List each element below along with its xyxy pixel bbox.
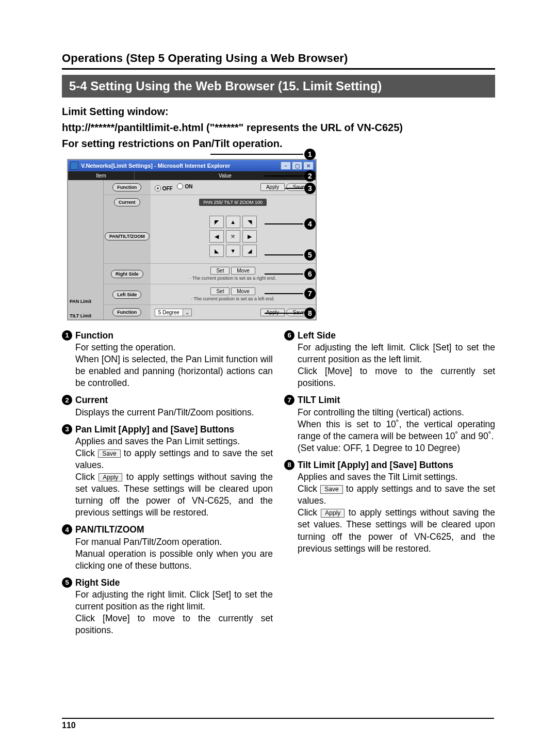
desc-title: Tilt Limit [Apply] and [Save] Buttons — [298, 459, 453, 471]
desc-bubble-1: 1 — [62, 330, 72, 341]
right-note: · The current position is set as a right… — [155, 276, 312, 281]
current-value: PAN 255/ TILT 6/ ZOOM 100 — [199, 199, 267, 206]
tilt-apply-button[interactable]: Apply — [260, 309, 285, 316]
callout-8: 8 — [304, 308, 316, 319]
maximize-icon[interactable]: ▢ — [292, 162, 302, 170]
desc-bubble-3: 3 — [62, 424, 72, 435]
label-left-side: Left Side — [112, 291, 141, 299]
label-current: Current — [114, 198, 140, 206]
window-title: V.Networks[Limit Settings] - Microsoft I… — [81, 163, 230, 169]
right-set-button[interactable]: Set — [210, 267, 230, 275]
ptz-right-button[interactable]: ▶ — [242, 230, 257, 243]
inline-save-button: Save — [320, 485, 342, 493]
callout-5: 5 — [304, 249, 316, 261]
left-move-button[interactable]: Move — [231, 287, 255, 295]
desc-body: For adjusting the right limit. Click [Se… — [75, 589, 273, 636]
inline-apply-button: Apply — [99, 473, 122, 481]
desc-bubble-4: 4 — [62, 524, 72, 535]
desc-title: Left Side — [298, 330, 336, 342]
callout-6: 6 — [304, 268, 316, 280]
desc-body: Applies and saves the Pan Limit settings… — [75, 436, 273, 519]
minimize-icon[interactable]: – — [281, 162, 291, 170]
label-ptz: PAN/TILT/ZOOM — [105, 232, 150, 240]
intro-line1: Limit Setting window: — [62, 104, 495, 120]
section-label-pan-limit: PAN Limit — [68, 180, 104, 305]
desc-body: Displays the current Pan/Tilt/Zoom posit… — [75, 407, 273, 419]
ie-icon — [70, 162, 78, 170]
apply-button[interactable]: Apply — [260, 183, 285, 191]
ptz-left-button[interactable]: ◀ — [209, 230, 224, 243]
ptz-down-button[interactable]: ▼ — [226, 245, 240, 257]
desc-title: Pan Limit [Apply] and [Save] Buttons — [75, 424, 234, 436]
tilt-degree-select[interactable]: 5 Degree ⌄ — [155, 309, 192, 316]
desc-bubble-7: 7 — [284, 395, 294, 405]
desc-body: For manual Pan/Tilt/Zoom operation.Manua… — [75, 536, 273, 572]
callout-2: 2 — [304, 170, 316, 182]
radio-off[interactable]: OFF — [155, 185, 173, 191]
desc-body: Applies and saves the Tilt Limit setting… — [298, 471, 495, 555]
section-label-tilt-limit: TILT Limit — [68, 305, 104, 319]
ptz-zoom-button[interactable]: ⤧ — [226, 230, 240, 243]
desc-bubble-2: 2 — [62, 395, 72, 405]
left-note: · The current position is set as a left … — [155, 296, 312, 301]
desc-title: PAN/TILT/ZOOM — [75, 524, 144, 536]
desc-title: Right Side — [75, 577, 120, 589]
desc-bubble-6: 6 — [284, 330, 294, 341]
inline-apply-button: Apply — [321, 509, 345, 517]
radio-on[interactable]: ON — [177, 183, 192, 189]
desc-body: For controlling the tilting (vertical) a… — [298, 407, 495, 454]
callout-1: 1 — [304, 149, 316, 160]
ptz-down-right-button[interactable]: ◢ — [242, 245, 257, 257]
section-title: 5-4 Setting Using the Web Browser (15. L… — [62, 75, 495, 98]
page-number: 110 — [62, 721, 76, 730]
ptz-up-right-button[interactable]: ◥ — [242, 216, 257, 228]
column-header-item: Item — [68, 171, 135, 180]
label-function-tilt: Function — [112, 308, 141, 316]
inline-save-button: Save — [98, 449, 120, 458]
intro-line2: http://******/pantiltlimit-e.html ("****… — [62, 120, 495, 136]
ptz-pad: ◤ ▲ ◥ ◀ ⤧ ▶ ◣ ▼ ◢ — [155, 216, 312, 257]
right-move-button[interactable]: Move — [231, 267, 255, 275]
label-function: Function — [112, 183, 141, 191]
desc-bubble-8: 8 — [284, 460, 294, 470]
callout-3: 3 — [304, 183, 316, 194]
desc-title: Function — [75, 330, 113, 342]
callout-7: 7 — [304, 288, 316, 299]
desc-bubble-5: 5 — [62, 577, 72, 588]
ptz-up-left-button[interactable]: ◤ — [209, 216, 224, 228]
close-icon[interactable]: ✕ — [303, 162, 314, 170]
chevron-down-icon: ⌄ — [183, 309, 191, 316]
screenshot-window: V.Networks[Limit Settings] - Microsoft I… — [67, 159, 317, 320]
label-right-side: Right Side — [111, 270, 143, 278]
intro-line3: For setting restrictions on Pan/Tilt ope… — [62, 136, 495, 152]
ptz-down-left-button[interactable]: ◣ — [209, 245, 224, 257]
desc-title: Current — [75, 394, 108, 406]
desc-body: For setting the operation.When [ON] is s… — [75, 342, 273, 389]
breadcrumb: Operations (Step 5 Operating Using a Web… — [62, 52, 495, 65]
callout-4: 4 — [304, 218, 316, 230]
ptz-up-button[interactable]: ▲ — [226, 216, 240, 228]
left-set-button[interactable]: Set — [210, 287, 230, 295]
desc-title: TILT Limit — [298, 394, 340, 406]
desc-body: For adjusting the left limit. Click [Set… — [298, 342, 495, 389]
